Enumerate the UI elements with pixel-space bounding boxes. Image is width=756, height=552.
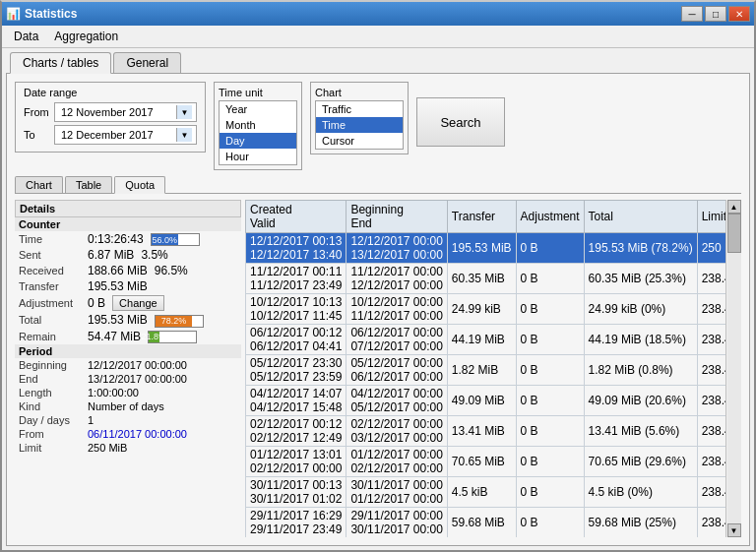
from-period-label: From: [15, 427, 84, 441]
to-label: To: [24, 129, 48, 141]
from-period-value: 06/11/2017 00:00:00: [84, 427, 241, 441]
menu-data[interactable]: Data: [6, 28, 46, 45]
scrollbar[interactable]: ▲ ▼: [725, 200, 741, 537]
cell-total: 1.82 MiB (0.8%): [584, 355, 697, 386]
details-header: Details: [15, 200, 241, 217]
remain-value: 54.47 MiB: [88, 330, 141, 343]
to-dropdown-icon[interactable]: ▼: [176, 128, 192, 142]
remain-row: Remain 54.47 MiB 21.8%: [15, 329, 241, 344]
cell-beginning: 02/12/2017 00:0003/12/2017 00:00: [346, 416, 447, 447]
limit-row: Limit 250 MiB: [15, 441, 241, 455]
table-row[interactable]: 12/12/2017 00:1312/12/2017 13:40 12/12/2…: [246, 233, 726, 264]
cell-transfer: 70.65 MiB: [447, 447, 516, 477]
chart-cursor[interactable]: Cursor: [316, 133, 403, 149]
time-unit-year[interactable]: Year: [220, 101, 296, 117]
inner-tab-quota[interactable]: Quota: [114, 176, 165, 194]
tab-charts-tables[interactable]: Charts / tables: [10, 52, 111, 74]
change-button[interactable]: Change: [112, 295, 164, 311]
table-row[interactable]: 01/12/2017 13:0102/12/2017 00:00 01/12/2…: [246, 447, 726, 477]
period-label: Period: [15, 344, 241, 358]
cell-created: 06/12/2017 00:1206/12/2017 04:41: [246, 325, 346, 355]
table-row[interactable]: 04/12/2017 14:0704/12/2017 15:48 04/12/2…: [246, 386, 726, 416]
adjustment-label: Adjustment: [15, 294, 84, 312]
chart-time[interactable]: Time: [316, 117, 403, 133]
scroll-up-button[interactable]: ▲: [727, 200, 741, 214]
chart-traffic[interactable]: Traffic: [316, 101, 403, 117]
beginning-row: Beginning 12/12/2017 00:00:00: [15, 358, 241, 372]
table-scroll-area[interactable]: CreatedValid BeginningEnd Transfer Adjus…: [245, 200, 725, 537]
from-value: 12 November 2017: [59, 106, 176, 118]
table-row[interactable]: 02/12/2017 00:1202/12/2017 12:49 02/12/2…: [246, 416, 726, 447]
inner-tab-table[interactable]: Table: [65, 176, 112, 193]
menu-aggregation[interactable]: Aggregation: [46, 28, 126, 45]
beginning-label: Beginning: [15, 358, 84, 372]
date-from-input[interactable]: 12 November 2017 ▼: [54, 102, 197, 122]
table-row[interactable]: 30/11/2017 00:1330/11/2017 01:02 30/11/2…: [246, 477, 726, 508]
day-days-label: Day / days: [15, 413, 84, 427]
top-controls: Date range From 12 November 2017 ▼ To 12…: [15, 82, 741, 170]
cell-transfer: 4.5 kiB: [447, 477, 516, 508]
close-button[interactable]: ✕: [728, 6, 750, 22]
cell-total: 59.68 MiB (25%): [584, 508, 697, 538]
table-row[interactable]: 06/12/2017 00:1206/12/2017 04:41 06/12/2…: [246, 325, 726, 355]
period-header-row: Period: [15, 344, 241, 358]
total-value: 195.53 MiB: [88, 313, 148, 327]
cell-total: 24.99 kiB (0%): [584, 294, 697, 325]
inner-tab-bar: Chart Table Quota: [15, 176, 741, 194]
table-row[interactable]: 29/11/2017 16:2929/11/2017 23:49 29/11/2…: [246, 508, 726, 538]
minimize-button[interactable]: ─: [681, 6, 703, 22]
time-unit-day[interactable]: Day: [220, 133, 296, 149]
received-value: 188.66 MiB: [88, 264, 148, 277]
title-bar-left: 📊 Statistics: [6, 7, 77, 21]
tab-general[interactable]: General: [113, 52, 181, 73]
maximize-button[interactable]: □: [705, 6, 726, 22]
cell-adjustment: 0 B: [516, 447, 584, 477]
cell-beginning: 06/12/2017 00:0007/12/2017 00:00: [346, 325, 447, 355]
cell-adjustment: 0 B: [516, 355, 584, 386]
cell-transfer: 195.53 MiB: [447, 233, 516, 264]
time-unit-hour[interactable]: Hour: [220, 149, 296, 164]
cell-total: 4.5 kiB (0%): [584, 477, 697, 508]
time-value-cell: 0:13:26:43 56.0%: [84, 231, 241, 247]
cell-total: 195.53 MiB (78.2%): [584, 233, 697, 264]
table-row[interactable]: 05/12/2017 23:3005/12/2017 23:59 05/12/2…: [246, 355, 726, 386]
main-window: 📊 Statistics ─ □ ✕ Data Aggregation Char…: [0, 0, 756, 552]
th-limit: Limit: [697, 201, 725, 233]
time-unit-month[interactable]: Month: [220, 117, 296, 133]
cell-limit: 238.42 MiB: [697, 294, 725, 325]
cell-transfer: 49.09 MiB: [447, 386, 516, 416]
sent-value-cell: 6.87 MiB 3.5%: [84, 247, 241, 263]
date-range-title: Date range: [24, 87, 197, 98]
received-row: Received 188.66 MiB 96.5%: [15, 263, 241, 278]
cell-limit: 238.42 MiB: [697, 325, 725, 355]
cell-beginning: 12/12/2017 00:0013/12/2017 00:00: [346, 233, 447, 264]
cell-adjustment: 0 B: [516, 508, 584, 538]
from-dropdown-icon[interactable]: ▼: [176, 105, 192, 119]
remain-progress-bar: 21.8%: [148, 330, 197, 343]
cell-transfer: 13.41 MiB: [447, 416, 516, 447]
scroll-thumb[interactable]: [727, 214, 741, 253]
total-progress-bar: 78.2%: [155, 313, 204, 327]
from-label: From: [24, 106, 48, 118]
th-adjustment: Adjustment: [516, 201, 584, 233]
cell-created: 01/12/2017 13:0102/12/2017 00:00: [246, 447, 346, 477]
date-to-input[interactable]: 12 December 2017 ▼: [54, 125, 197, 145]
total-row: Total 195.53 MiB 78.2%: [15, 312, 241, 328]
cell-limit: 238.42 MiB: [697, 416, 725, 447]
search-button[interactable]: Search: [416, 97, 505, 147]
cell-limit: 238.42 MiB: [697, 508, 725, 538]
table-head: CreatedValid BeginningEnd Transfer Adjus…: [246, 201, 726, 233]
table-row[interactable]: 11/12/2017 00:1111/12/2017 23:49 11/12/2…: [246, 264, 726, 294]
title-bar: 📊 Statistics ─ □ ✕: [2, 2, 754, 26]
cell-adjustment: 0 B: [516, 386, 584, 416]
end-label: End: [15, 372, 84, 386]
table-body: 12/12/2017 00:1312/12/2017 13:40 12/12/2…: [246, 233, 726, 538]
kind-row: Kind Number of days: [15, 399, 241, 413]
table-row[interactable]: 10/12/2017 10:1310/12/2017 11:45 10/12/2…: [246, 294, 726, 325]
time-bar-outer: 56.0%: [151, 233, 200, 246]
inner-tab-chart[interactable]: Chart: [15, 176, 63, 193]
cell-adjustment: 0 B: [516, 325, 584, 355]
scroll-down-button[interactable]: ▼: [727, 523, 741, 537]
sent-label: Sent: [15, 247, 84, 263]
total-value-cell: 195.53 MiB 78.2%: [84, 312, 241, 328]
